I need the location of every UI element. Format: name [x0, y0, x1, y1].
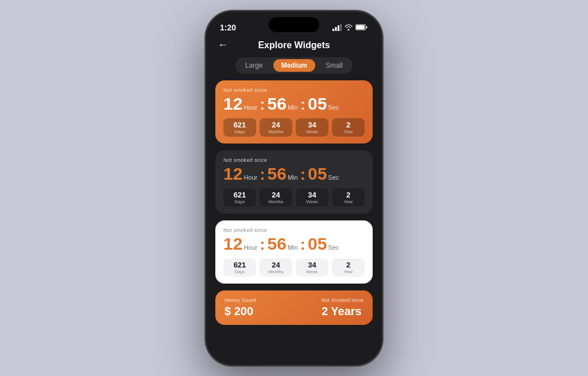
signal-icon — [332, 24, 342, 31]
stat-months-lbl-2: Months — [268, 199, 283, 204]
svg-rect-2 — [338, 25, 339, 31]
status-icons — [332, 24, 368, 31]
banner-right-label: Not Smoked since — [322, 297, 363, 303]
stat-week-lbl-1: Week — [306, 129, 318, 134]
stat-box-year-3: 2 Year — [332, 258, 365, 277]
light-sep2: : — [300, 235, 305, 254]
dark-minutes-unit: Min — [288, 174, 298, 181]
stat-months-val-2: 24 — [272, 191, 280, 199]
tab-switcher: Large Medium Small — [235, 57, 353, 73]
stat-week-lbl-3: Week — [306, 269, 318, 274]
widget-light-stats: 621 Days 24 Months 34 Week 2 Year — [223, 258, 365, 277]
tab-medium[interactable]: Medium — [273, 59, 315, 72]
stat-box-months-2: 24 Months — [260, 188, 292, 207]
stat-week-val-1: 34 — [308, 121, 316, 129]
light-hours: 12 — [223, 235, 242, 253]
light-hours-unit: Hour — [243, 244, 257, 251]
stat-box-months-1: 24 Months — [260, 118, 292, 137]
dark-hours-unit: Hour — [243, 174, 257, 181]
widget-orange-timer: 12 Hour : 56 Min : 05 Sec — [223, 95, 365, 114]
widget-dark-timer: 12 Hour : 56 Min : 05 Sec — [223, 165, 365, 184]
svg-rect-3 — [341, 24, 342, 31]
nav-title: Explore Widgets — [258, 40, 330, 51]
banner-left-value: $ 200 — [225, 305, 256, 318]
stat-days-lbl-1: Days — [234, 129, 245, 134]
stat-days-val-3: 621 — [234, 261, 246, 269]
orange-minutes: 56 — [268, 95, 287, 113]
banner-left: Money Saved $ 200 — [225, 297, 256, 318]
stat-days-val-1: 621 — [234, 121, 246, 129]
stat-box-week-3: 34 Week — [296, 258, 328, 277]
tab-large[interactable]: Large — [237, 59, 271, 72]
stat-box-week-1: 34 Week — [296, 118, 328, 137]
dark-seconds: 05 — [308, 165, 327, 183]
svg-rect-1 — [335, 27, 337, 31]
dark-sep2: : — [300, 165, 305, 184]
widget-light-timer: 12 Hour : 56 Min : 05 Sec — [223, 235, 365, 254]
stat-year-lbl-2: Year — [343, 199, 353, 204]
svg-rect-5 — [356, 25, 365, 29]
phone-frame: 1:20 ← Explore Widg — [205, 10, 383, 366]
stat-box-year-1: 2 Year — [332, 118, 365, 137]
stat-days-val-2: 621 — [234, 191, 246, 199]
stat-year-val-3: 2 — [346, 261, 350, 269]
stat-week-val-2: 34 — [308, 191, 316, 199]
stat-months-val-3: 24 — [272, 261, 280, 269]
light-sep1: : — [260, 235, 265, 254]
stat-year-val-1: 2 — [346, 121, 350, 129]
light-minutes: 56 — [268, 235, 287, 253]
banner-right: Not Smoked since 2 Years — [322, 297, 363, 318]
stat-year-lbl-3: Year — [343, 269, 353, 274]
bottom-banner: Money Saved $ 200 Not Smoked since 2 Yea… — [215, 290, 373, 325]
orange-hours-unit: Hour — [243, 104, 257, 111]
stat-months-val-1: 24 — [272, 121, 280, 129]
stat-week-val-3: 34 — [308, 261, 316, 269]
orange-sep1: : — [260, 95, 265, 114]
stat-box-week-2: 34 Week — [296, 188, 328, 207]
wifi-icon — [345, 24, 353, 30]
light-seconds: 05 — [308, 235, 327, 253]
widget-dark-stats: 621 Days 24 Months 34 Week 2 Year — [223, 188, 365, 207]
orange-seconds: 05 — [308, 95, 327, 113]
banner-right-value: 2 Years — [322, 305, 363, 318]
stat-box-months-3: 24 Months — [260, 258, 292, 277]
orange-sep2: : — [300, 95, 305, 114]
dark-hours: 12 — [223, 165, 242, 183]
stat-months-lbl-1: Months — [268, 129, 283, 134]
widget-light: Not smoked since 12 Hour : 56 Min : 05 S… — [215, 220, 373, 284]
orange-seconds-unit: Sec — [328, 104, 339, 111]
stat-year-val-2: 2 — [346, 191, 350, 199]
widget-orange: Not smoked since 12 Hour : 56 Min : 05 S… — [215, 80, 373, 144]
dark-minutes: 56 — [268, 165, 287, 183]
stat-days-lbl-3: Days — [234, 269, 245, 274]
widget-orange-label: Not smoked since — [223, 87, 365, 93]
dark-seconds-unit: Sec — [328, 174, 339, 181]
nav-bar: ← Explore Widgets — [206, 37, 382, 54]
stat-box-days-2: 621 Days — [223, 188, 256, 207]
dark-sep1: : — [260, 165, 265, 184]
scroll-content: Not smoked since 12 Hour : 56 Min : 05 S… — [206, 77, 382, 365]
orange-hours: 12 — [223, 95, 242, 113]
battery-icon — [355, 24, 368, 30]
stat-year-lbl-1: Year — [343, 129, 353, 134]
stat-box-days-3: 621 Days — [223, 258, 256, 277]
stat-box-days-1: 621 Days — [223, 118, 256, 137]
stat-days-lbl-2: Days — [234, 199, 245, 204]
status-bar: 1:20 — [206, 11, 382, 37]
light-seconds-unit: Sec — [328, 244, 339, 251]
light-minutes-unit: Min — [288, 244, 298, 251]
orange-minutes-unit: Min — [288, 104, 298, 111]
tab-small[interactable]: Small — [318, 59, 351, 72]
back-button[interactable]: ← — [218, 39, 228, 51]
stat-months-lbl-3: Months — [268, 269, 283, 274]
widget-orange-stats: 621 Days 24 Months 34 Week 2 Year — [223, 118, 365, 137]
banner-left-label: Money Saved — [225, 297, 256, 303]
stat-box-year-2: 2 Year — [332, 188, 365, 207]
svg-rect-0 — [332, 29, 334, 31]
widget-dark: Not smoked since 12 Hour : 56 Min : 05 S… — [215, 150, 373, 214]
widget-light-label: Not smoked since — [223, 227, 365, 233]
widget-dark-label: Not smoked since — [223, 157, 365, 163]
stat-week-lbl-2: Week — [306, 199, 318, 204]
status-time: 1:20 — [220, 23, 236, 32]
